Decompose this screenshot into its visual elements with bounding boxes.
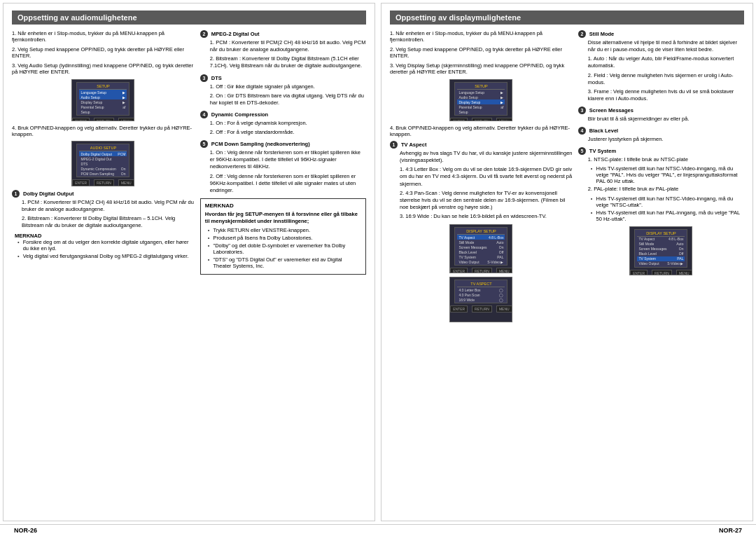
footer-bar: NOR-26 NOR-27 [0, 524, 756, 536]
ta-row-ps: 4:3 Pan Scan◯ [457, 292, 505, 297]
tv-aspect-title: 1 TV Aspect [390, 141, 573, 149]
step2: 2. Velg Setup med knappene OPP/NED, og t… [12, 46, 195, 59]
right-menu-title: SETUP [457, 83, 505, 90]
menu-btn2: MENU [118, 179, 134, 186]
right-return-btn: RETURN [472, 118, 492, 121]
ds-enter-btn: ENTER [450, 268, 468, 273]
screen-messages-section: 3 Screen Messages Blir brukt til å slå s… [578, 106, 744, 123]
ta-row-wide: 16:9 Wide◯ [457, 297, 505, 302]
audio-setup-menu: AUDIO SETUP Dolby Digital OutputPCM MPEG… [76, 144, 130, 177]
display-setup-title2: DISPLAY SETUP [637, 231, 685, 237]
tv-system-content: 1. NTSC-plate: I tilfelle bruk av NTSC-p… [588, 156, 744, 221]
step4-left: 4. Bruk OPP/NED-knappen og velg alternat… [12, 125, 195, 137]
dolby-circle: 1 [12, 190, 20, 198]
ta-enter-btn: ENTER [450, 305, 468, 312]
mpeg2-section: 2 MPEG-2 Digital Out 1. PCM : Konvertere… [200, 30, 366, 70]
screen-buttons-1: ENTER RETURN MENU [72, 118, 134, 121]
audio-title: AUDIO SETUP [79, 145, 127, 151]
ts-bullet2: • Hvis TV-systemet ditt kun har NTSC-Vid… [591, 195, 744, 208]
tv-aspect-circle: 1 [390, 141, 398, 149]
ta-row-lb: 4:3 Letter Box◯ [457, 287, 505, 292]
right-menu-setup: Setup [457, 109, 505, 114]
pcm-items: 1. On : Velg denne når forsterkeren som … [210, 149, 366, 194]
menu-row-display: Display Setup▶ [79, 99, 127, 104]
ds2-row-black: Black LevelOff [637, 252, 685, 256]
screen-messages-circle: 3 [578, 106, 586, 114]
return-btn: RETURN [94, 118, 114, 121]
ds-row-tv: TV Aspect4:8 L-Box [457, 235, 505, 240]
setup-screen-right: SETUP Language Setup▶ Audio Setup▶ Displ… [449, 79, 512, 121]
still-mode-title: 2 Still Mode [578, 30, 744, 38]
screen-messages-title: 3 Screen Messages [578, 106, 744, 114]
dts-circle: 3 [200, 74, 208, 82]
menu-row-setup: Setup [79, 109, 127, 114]
ds-row-still: Still ModeAuto [457, 240, 505, 245]
setup-menu-right: SETUP Language Setup▶ Audio Setup▶ Displ… [454, 82, 507, 116]
display-setup-screen2: DISPLAY SETUP TV Aspect4:8 L-Box Still M… [629, 226, 692, 275]
right-screen-buttons: ENTER RETURN MENU [450, 118, 512, 121]
black-level-circle: 4 [578, 127, 586, 135]
ta-screen-buttons: ENTER RETURN MENU [450, 305, 512, 312]
black-level-content: Justerer lysstyrken på skjermen. [588, 136, 744, 143]
black-level-title: 4 Black Level [578, 127, 744, 135]
mpeg2-circle: 2 [200, 30, 208, 38]
merknad-box-item4: • "DTS" og "DTS Digital Out" er varemerk… [208, 256, 361, 269]
dynamic-title: 4 Dynamic Compression [200, 111, 366, 118]
ds2-enter-btn: ENTER [630, 270, 648, 275]
merknad-box-item1: • Trykk RETURN eller VENSTRE-knappen. [208, 227, 361, 233]
right-step4: 4. Bruk OPP/NED-knappen og velg alternat… [390, 125, 573, 137]
still-mode-circle: 2 [578, 30, 586, 38]
ds2-menu-btn: MENU [676, 270, 692, 275]
right-menu-btn: MENU [496, 118, 512, 121]
ds-menu-btn: MENU [496, 268, 512, 273]
right-enter-btn: ENTER [450, 118, 468, 121]
mpeg2-title: 2 MPEG-2 Digital Out [200, 30, 366, 38]
audio-row-mpeg: MPEG-2 Digital Out [79, 156, 127, 161]
dynamic-section: 4 Dynamic Compression 1. On : For å velg… [200, 111, 366, 136]
left-col-left: 1. Når enheten er i Stop-modus, trykker … [12, 30, 195, 279]
right-content: 1. Når enheten er i Stop-modus, trykker … [390, 30, 744, 326]
tv-aspect-screen: TV ASPECT 4:3 Letter Box◯ 4:3 Pan Scan◯ … [449, 277, 512, 322]
audio-row-pcm: PCM Down SamplingOn [79, 171, 127, 176]
display-setup-menu2: DISPLAY SETUP TV Aspect4:8 L-Box Still M… [634, 229, 687, 268]
ds-return-btn: RETURN [472, 268, 492, 273]
ds2-return-btn: RETURN [652, 270, 672, 275]
display2-screen-buttons: ENTER RETURN MENU [630, 270, 692, 275]
mpeg2-items: 1. PCM : Konverterer til PCM(2 CH) 48 kH… [210, 39, 366, 70]
dolby-merknad: MERKNAD • Forsikre deg om at du velger d… [15, 233, 195, 259]
display-setup-menu: DISPLAY SETUP TV Aspect4:8 L-Box Still M… [454, 227, 507, 266]
dolby-section: 1 Dolby Digital Output 1. PCM : Konverte… [12, 190, 195, 259]
tv-system-title: 5 TV System [578, 147, 744, 155]
pcm-circle: 5 [200, 140, 208, 148]
page-container: Oppsetting av audiomulighetene 1. Når en… [0, 0, 756, 524]
menu-btn: MENU [118, 118, 134, 121]
ds2-row-video: Video OutputS-Video ▶ [637, 261, 685, 266]
display-setup-title: DISPLAY SETUP [457, 228, 505, 235]
right-col-left: 1. Når enheten er i Stop-modus, trykker … [390, 30, 573, 326]
merknad-box-item2: • Produsert på lisens fra Dolby Laborato… [208, 235, 361, 241]
setup-menu: SETUP Language Setup▶ Audio Setup▶ Displ… [76, 82, 130, 116]
dolby-items: 1. PCM : Konverterer til PCM(2 CH) 48 kH… [22, 199, 195, 230]
tv-aspect-section: 1 TV Aspect Avhengig av hva slags TV du … [390, 141, 573, 220]
right-col-right: 2 Still Mode Disse alternativene vil hje… [578, 30, 744, 326]
screen-buttons-2: ENTER RETURN MENU [72, 179, 134, 186]
right-step2: 2. Velg Setup med knappene OPP/NED, og t… [390, 46, 573, 59]
ta-return-btn: RETURN [472, 305, 492, 312]
dts-section: 3 DTS 1. Off : Gir ikke digitale signale… [200, 74, 366, 106]
dynamic-items: 1. On : For å velge dynamisk kompresjon.… [210, 120, 366, 136]
intro-steps: 1. Når enheten er i Stop-modus, trykker … [12, 30, 195, 75]
audio-row-dts: DTS [79, 161, 127, 166]
right-menu-audio: Audio Setup▶ [457, 95, 505, 99]
ds-row-screen: Screen MessagesOn [457, 245, 505, 249]
step3: 3. Velg Audio Setup (lydinnstilling) med… [12, 62, 195, 75]
menu-row-audio: Audio Setup▶ [79, 95, 127, 99]
black-level-section: 4 Black Level Justerer lysstyrken på skj… [578, 127, 744, 143]
footer-left: NOR-26 [14, 527, 37, 534]
merknad-item2: • Velg digital ved flerutgangskanal Dolb… [18, 253, 195, 259]
step1: 1. Når enheten er i Stop-modus, trykker … [12, 30, 195, 43]
tv-aspect-content: Avhengig av hva slags TV du har, vil du … [400, 150, 573, 220]
right-intro-steps: 1. Når enheten er i Stop-modus, trykker … [390, 30, 573, 75]
merknad-box: MERKNAD Hvordan får jeg SETUP-menyen til… [200, 198, 366, 275]
merknad-item1: • Forsikre deg om at du velger den korre… [18, 239, 195, 252]
right-step3: 3. Velg Display Setup (skjerminnstilling… [390, 62, 573, 75]
